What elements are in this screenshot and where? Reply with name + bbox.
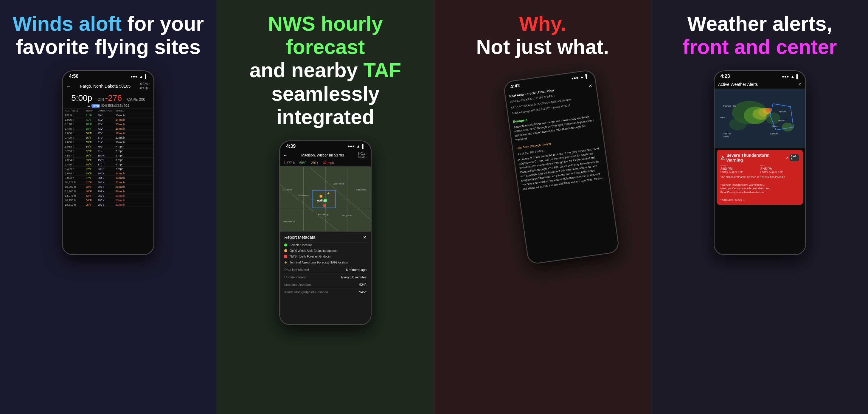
panel4-phone: 4:23 ●●● ▲ ▌ Active Weather Alerts ✕ (714, 70, 806, 255)
table-row: 18,310 ft25°F299↘32 mph (63, 202, 153, 207)
alerts-nav: Active Weather Alerts ✕ (715, 80, 805, 89)
col-speed: SPEED (115, 109, 130, 112)
table-row: 10,502 ft52°F303↘22 mph (63, 184, 153, 189)
metadata-row-4: Winds aloft gridpoint elevation 945ft (280, 288, 371, 296)
end-time: 2:45 PM (761, 167, 799, 171)
back-icon[interactable]: ← (66, 84, 70, 89)
table-row: 2,608 ft65°F61↙10 mph (63, 140, 153, 144)
svg-point-29 (729, 118, 747, 130)
nws-map: ✈ Sun Prairie Waunakee Madison Fitchburg… (280, 166, 371, 232)
metadata-row-3: Location elevation 924ft (280, 281, 371, 288)
svg-text:Mesa: Mesa (720, 117, 725, 119)
battery-icon: ▌ (362, 144, 365, 148)
close-icon[interactable]: ✕ (798, 82, 802, 87)
near-term-label: Near Term (517, 145, 529, 150)
wind-val: 37 mph (323, 161, 334, 165)
panel-winds-aloft: Winds aloft for yourfavorite flying site… (0, 0, 217, 414)
signal-icon: ●●● (347, 144, 354, 148)
cin-value: -276 (105, 93, 122, 102)
near-term-sub: (Through Tonight) (529, 142, 551, 148)
alert-card: ⚠ Severe Thunderstorm Warning ↗ 1 of 3 S… (717, 150, 803, 204)
nws-modal: Report Metadata ✕ Selected location Op40… (280, 232, 371, 324)
panel-alerts: Weather alerts, front and center 4:23 ●●… (651, 0, 868, 414)
meta-label-2: Update interval (284, 275, 306, 279)
metadata-row-1: Data last fetched 6 minutes ago (280, 266, 371, 273)
panel4-plain: Weather alerts, (687, 12, 832, 35)
alert-body-line2: * Severe Thunderstorm Warning for... (720, 183, 799, 187)
wifi-icon: ▲ (580, 75, 584, 80)
back-icon[interactable]: ← (283, 153, 287, 158)
winds-time-block: 6:22a ↑ 8:41p ↓ (141, 82, 150, 90)
battery-icon: ▌ (585, 74, 589, 79)
table-row: 10,377 ft52°F303↘22 mph (63, 180, 153, 184)
table-row: 4,984 ft59°F159↖3 mph (63, 158, 153, 162)
panel4-status-bar: 4:23 ●●● ▲ ▌ (715, 71, 805, 80)
alert-title-text: Severe Thunderstorm Warning (726, 153, 784, 162)
signal-icon: ●●● (571, 75, 578, 81)
start-label: START (720, 164, 759, 167)
cin-label: CIN (97, 97, 105, 101)
winds-table: ALT. (MSL) TEMP DIRECTION SPEED 932 ft71… (63, 109, 153, 254)
alert-body-line5: * Until 245 PM MST. (720, 198, 799, 202)
table-row: 932 ft71°F39↙10 mph (63, 113, 153, 117)
panel2-status-bar: 4:39 ●●● ▲ ▌ (280, 141, 371, 150)
panel4-colored: front and center (683, 35, 837, 58)
table-row: 3,753 ft62°F91←7 mph (63, 149, 153, 153)
close-icon[interactable]: ✕ (588, 83, 592, 89)
svg-rect-11 (323, 204, 326, 207)
panel3-phone: 4:42 ●●● ▲ ▌ RAH Area Forecast Discussio… (503, 69, 620, 265)
table-row: 1,198 ft70°F42↙15 mph (63, 122, 153, 126)
svg-text:Fountain Hills: Fountain Hills (723, 105, 736, 107)
panel4-phone-container: 4:23 ●●● ▲ ▌ Active Weather Alerts ✕ (709, 70, 810, 405)
svg-text:Stoughton: Stoughton (341, 214, 352, 217)
end-date: Friday, August 12th (761, 171, 799, 174)
panel-nws-forecast: NWS hourly forecast and nearby TAF seaml… (217, 0, 434, 414)
warning-icon: ⚠ (720, 155, 725, 161)
alert-end-block: END 2:45 PM Friday, August 12th (761, 164, 799, 174)
signal-icon: ●●● (130, 74, 138, 79)
panel4-content: Active Weather Alerts ✕ (715, 80, 805, 254)
panel4-status-icons: ●●● ▲ ▌ (782, 74, 799, 79)
table-row: 16,158 ft34°F296↘28 mph (63, 198, 153, 202)
panel3-phone-container: 4:42 ●●● ▲ ▌ RAH Area Forecast Discussio… (492, 70, 593, 405)
alerts-title: Active Weather Alerts (718, 82, 758, 87)
external-link-icon[interactable]: ↗ (785, 156, 788, 159)
nws-stats: 6:01a ↑8:03p ↓ (358, 152, 368, 158)
panel1-headline: Winds aloft for yourfavorite flying site… (13, 12, 204, 58)
alert-counter: 1 of 3 (789, 154, 799, 161)
metadata-row-2: Update interval Every 30 minutes (280, 273, 371, 281)
start-time: 2:03 PM (720, 167, 759, 171)
cape-label: CAPE (127, 97, 139, 101)
panel2-headline: NWS hourly forecast and nearby TAF seaml… (226, 12, 425, 128)
svg-text:New Glarus: New Glarus (283, 220, 295, 223)
svg-text:Sun Prairie: Sun Prairie (333, 182, 344, 185)
nws-stat-row: 1,877 ft 66°F 201↑ 37 mph (280, 160, 371, 166)
panel3-sub: Not just what. (476, 35, 609, 58)
svg-text:San Tan: San Tan (723, 132, 731, 135)
start-date: Friday, August 12th (720, 171, 759, 174)
panel1-phone: 4:56 ●●● ▲ ▌ ← Fargo, North Dakota 58105… (62, 70, 154, 255)
svg-text:Gilbert: Gilbert (771, 125, 777, 127)
panel1-status-bar: 4:56 ●●● ▲ ▌ (63, 71, 153, 80)
temp-val: 66°F (300, 161, 306, 165)
nws-nav-bar: ← Madison, Wisconsin 53703 6:01a ↑8:03p … (280, 150, 371, 160)
sunrise-time: 6:22a ↑ (141, 82, 150, 86)
table-row: 9,003 ft57°F304↘18 mph (63, 176, 153, 180)
panel2-and: and nearby (250, 59, 364, 81)
col-dir: DIRECTION (97, 109, 115, 112)
winds-location: Fargo, North Dakota 58105 (80, 84, 131, 89)
panel3-content: RAH Area Forecast Discussion ✕ 000 FXUS6… (505, 79, 619, 264)
legend-text-1: Selected location (290, 243, 312, 247)
close-icon[interactable]: ✕ (363, 235, 367, 240)
table-header: ALT. (MSL) TEMP DIRECTION SPEED (63, 109, 153, 113)
panel2-time: 4:39 (286, 144, 296, 149)
alt-val: 1,877 ft (284, 161, 295, 165)
meta-value-3: 924ft (359, 283, 367, 287)
cape-value: 200 (139, 97, 146, 101)
panel4-time: 4:23 (720, 73, 730, 79)
battery-icon: ▌ (796, 74, 799, 79)
svg-text:Valley: Valley (723, 136, 729, 138)
legend-text-4: Terminal Aerodrome Forecast (TAF) locati… (290, 261, 348, 264)
svg-text:Apache: Apache (779, 111, 785, 113)
panel2-headline-colored: NWS hourly forecast (268, 12, 382, 58)
